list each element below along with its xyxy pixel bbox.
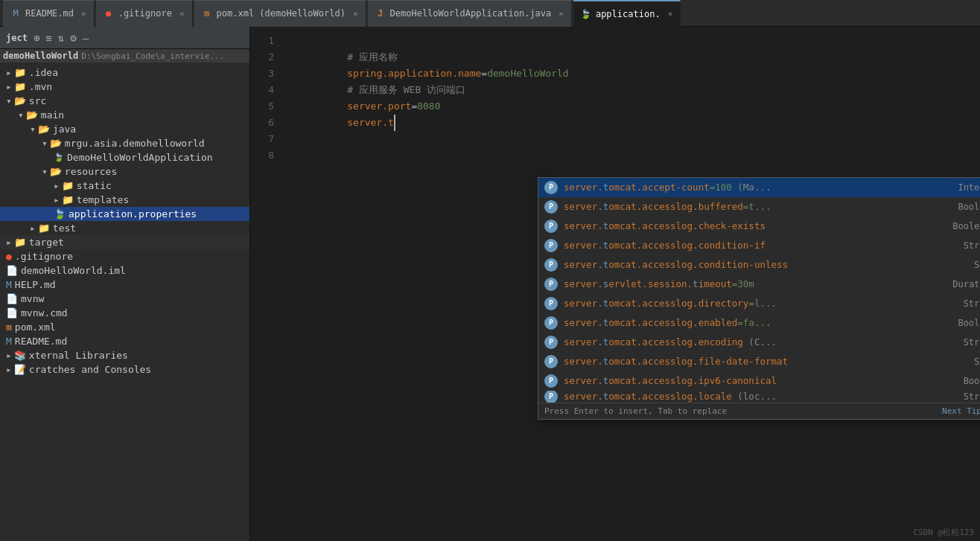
comment-hash-1: #: [347, 51, 359, 63]
ac-icon-8: P: [544, 336, 558, 349]
tab-readme[interactable]: M README.md ×: [3, 0, 95, 27]
tree-item-src[interactable]: ▾ 📂 src: [0, 94, 249, 108]
tab-readme-close[interactable]: ×: [81, 9, 86, 19]
tree-item-templates[interactable]: ▸ 📁 templates: [0, 193, 249, 207]
pomxml-file-icon: m: [6, 321, 12, 333]
folder-arrow-main: ▾: [18, 109, 24, 121]
code-line-1: # 应用名称: [289, 33, 980, 49]
tab-pomxml[interactable]: m pom.xml (demoHelloWorld) ×: [194, 0, 366, 27]
folder-icon-java: 📂: [38, 124, 50, 135]
ac-type-6: String: [964, 296, 980, 311]
tree-item-target[interactable]: ▸ 📁 target: [0, 235, 249, 249]
folder-arrow-templates: ▸: [54, 194, 60, 205]
ac-type-0: Integer: [958, 180, 980, 195]
ac-item-3[interactable]: P server.tomcat.accesslog.condition-if S…: [538, 236, 980, 255]
line-num-3: 3: [250, 65, 274, 82]
ac-item-10[interactable]: P server.tomcat.accesslog.ipv6-canonical…: [538, 371, 980, 391]
ac-item-1[interactable]: P server.tomcat.accesslog.buffered=t... …: [538, 197, 980, 217]
toolbar-icon-3[interactable]: ⇅: [58, 32, 64, 44]
tree-item-mvn[interactable]: ▸ 📁 .mvn: [0, 80, 249, 94]
tree-item-iml[interactable]: 📄 demoHelloWorld.iml: [0, 263, 249, 278]
file-tree: ▸ 📁 .idea ▸ 📁 .mvn ▾ 📂 src ▾ 📂 main: [0, 63, 249, 380]
tree-item-mvnw[interactable]: 📄 mvnw: [0, 292, 249, 306]
key-typing: server.t: [347, 117, 394, 128]
line-num-4: 4: [250, 82, 274, 98]
toolbar-icon-5[interactable]: —: [83, 32, 89, 44]
props-file-icon: 🍃: [54, 208, 66, 220]
ac-item-7[interactable]: P server.tomcat.accesslog.enabled=fa... …: [538, 313, 980, 333]
scratches-arrow: ▸: [6, 364, 12, 375]
item-label-app-java: DemoHelloWorldApplication: [67, 152, 213, 163]
ac-icon-6: P: [544, 297, 558, 310]
tab-appjava-close[interactable]: ×: [559, 9, 564, 19]
md-file-icon: M: [6, 279, 12, 290]
tab-gitignore-label: .gitignore: [118, 8, 172, 19]
folder-arrow-mvn: ▸: [6, 81, 12, 92]
tab-appjava-label: DemoHelloWorldApplication.java: [390, 8, 552, 19]
tab-appjava[interactable]: J DemoHelloWorldApplication.java ×: [368, 0, 572, 27]
toolbar-icon-2[interactable]: ≡: [45, 32, 51, 44]
java-file-icon: 🍃: [54, 153, 64, 162]
ac-text-6: server.tomcat.accesslog.directory=l...: [564, 296, 958, 311]
toolbar-icon-4[interactable]: ⚙: [70, 32, 76, 44]
ac-item-6[interactable]: P server.tomcat.accesslog.directory=l...…: [538, 294, 980, 313]
tree-item-test[interactable]: ▸ 📁 test: [0, 221, 249, 235]
toolbar-icon-1[interactable]: ⊕: [34, 32, 39, 44]
key-port: server.port: [347, 100, 411, 112]
ac-type-9: S...: [974, 354, 980, 369]
tab-appprops-close[interactable]: ×: [668, 9, 673, 19]
ac-item-9[interactable]: P server.tomcat.accesslog.file-date-form…: [538, 352, 980, 371]
ac-item-4[interactable]: P server.tomcat.accesslog.condition-unle…: [538, 255, 980, 275]
ac-icon-5: P: [544, 278, 558, 291]
tree-item-pkg[interactable]: ▾ 📂 mrgu.asia.demohelloworld: [0, 136, 249, 150]
eq-2: =: [481, 68, 487, 79]
project-toolbar: ject ⊕ ≡ ⇅ ⚙ —: [0, 27, 249, 49]
ac-item-2[interactable]: P server.tomcat.accesslog.check-exists B…: [538, 217, 980, 236]
tree-item-ext-libs[interactable]: ▸ 📚 xternal Libraries: [0, 348, 249, 362]
tree-item-static[interactable]: ▸ 📁 static: [0, 179, 249, 193]
folder-icon-static: 📁: [62, 180, 74, 191]
tab-readme-label: README.md: [25, 8, 74, 19]
tree-item-gitignore[interactable]: ● .gitignore: [0, 249, 249, 263]
tab-gitignore-close[interactable]: ×: [179, 9, 185, 19]
tab-pomxml-close[interactable]: ×: [353, 9, 358, 19]
ac-item-5[interactable]: P server.servlet.session.timeout=30m Dur…: [538, 275, 980, 294]
tree-item-mvnwcmd[interactable]: 📄 mvnw.cmd: [0, 306, 249, 320]
folder-icon-mvn: 📁: [14, 81, 26, 92]
tree-item-helpmd[interactable]: M HELP.md: [0, 278, 249, 292]
tree-item-readmemd[interactable]: M README.md: [0, 334, 249, 348]
item-label-test: test: [53, 223, 76, 234]
ac-text-7: server.tomcat.accesslog.enabled=fa...: [564, 316, 952, 330]
folder-arrow-pkg: ▾: [42, 138, 48, 149]
tree-item-java[interactable]: ▾ 📂 java: [0, 122, 249, 136]
tree-item-main[interactable]: ▾ 📂 main: [0, 108, 249, 122]
line-num-6: 6: [250, 115, 274, 131]
tree-item-resources[interactable]: ▾ 📂 resources: [0, 164, 249, 179]
folder-icon-templates: 📁: [62, 194, 74, 205]
line-num-1: 1: [250, 33, 274, 49]
ac-text-1: server.tomcat.accesslog.buffered=t...: [564, 199, 952, 214]
tree-item-pomxml[interactable]: m pom.xml: [0, 320, 249, 334]
tree-root[interactable]: demoHelloWorld D:\Songbai_Code\a_intervi…: [0, 49, 249, 63]
tree-item-idea[interactable]: ▸ 📁 .idea: [0, 65, 249, 80]
editor-area: 1 2 3 4 5 6 7 8 # 应用名称 spring.applicatio…: [250, 27, 980, 541]
folder-arrow-java: ▾: [30, 124, 36, 135]
tab-appprops[interactable]: 🍃 application. ×: [573, 0, 681, 27]
tree-item-app-java[interactable]: 🍃 DemoHelloWorldApplication: [0, 150, 249, 164]
item-label-scratches: cratches and Consoles: [29, 364, 151, 375]
ac-item-8[interactable]: P server.tomcat.accesslog.encoding (C...…: [538, 333, 980, 352]
watermark-text: CSDN @松柏123: [913, 528, 974, 537]
next-tip-button[interactable]: Next Tip: [942, 406, 980, 416]
item-label-target: target: [29, 237, 64, 248]
tree-item-scratches[interactable]: ▸ 📝 cratches and Consoles: [0, 362, 249, 377]
ac-text-0: server.tomcat.accept-count=100 (Ma...: [564, 180, 952, 195]
ac-item-0[interactable]: P server.tomcat.accept-count=100 (Ma... …: [538, 178, 980, 197]
key-spring: spring.application.name: [347, 68, 481, 79]
ac-item-11[interactable]: P server.tomcat.accesslog.locale (loc...…: [538, 391, 980, 403]
folder-arrow-target: ▸: [6, 237, 12, 248]
tab-gitignore[interactable]: ● .gitignore ×: [96, 0, 193, 27]
item-label-resources: resources: [65, 166, 117, 177]
ac-type-5: Duration: [952, 277, 980, 292]
tree-item-appprops[interactable]: 🍃 application.properties: [0, 207, 249, 221]
item-label-pomxml: pom.xml: [15, 321, 56, 333]
